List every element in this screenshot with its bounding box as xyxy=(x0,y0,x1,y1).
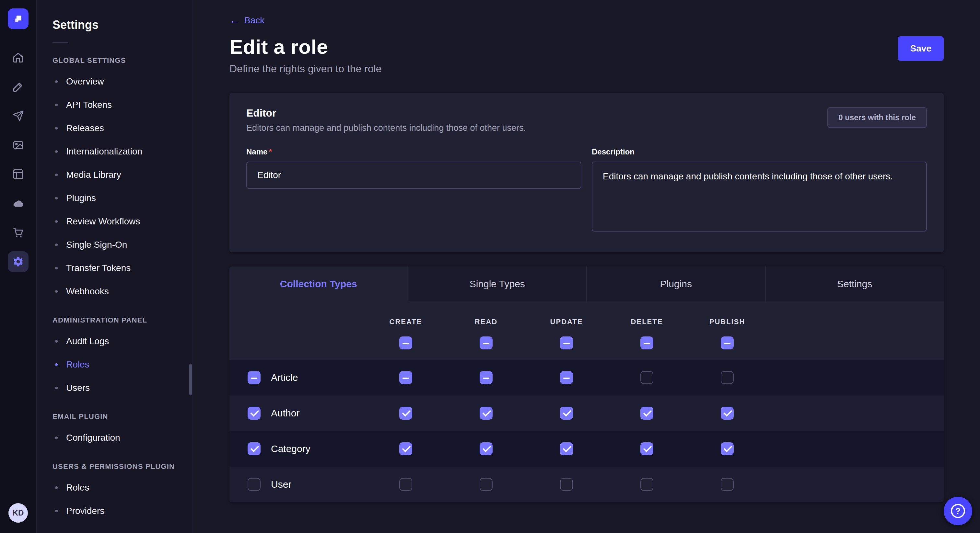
sidebar-item-label: Single Sign-On xyxy=(66,240,127,250)
sidebar-item-users[interactable]: Users xyxy=(37,376,192,400)
sidebar-item-webhooks[interactable]: Webhooks xyxy=(37,280,192,303)
article-create-checkbox[interactable] xyxy=(399,371,412,384)
sidebar-item-media-library[interactable]: Media Library xyxy=(37,163,192,187)
sidebar-item-label: Review Workflows xyxy=(66,216,140,227)
permission-cell xyxy=(526,371,607,384)
author-read-checkbox[interactable] xyxy=(480,407,493,420)
row-checkbox-category[interactable] xyxy=(248,443,261,455)
article-delete-checkbox[interactable] xyxy=(640,371,653,384)
cloud-icon[interactable] xyxy=(8,193,29,214)
save-button[interactable]: Save xyxy=(898,36,944,61)
permission-cell xyxy=(526,478,607,491)
permission-cell xyxy=(526,407,607,420)
strapi-logo-icon xyxy=(12,13,24,25)
sidebar-divider xyxy=(52,42,68,43)
bullet-icon xyxy=(55,127,58,130)
article-update-checkbox[interactable] xyxy=(560,371,573,384)
strapi-logo[interactable] xyxy=(8,8,29,29)
back-arrow-icon: ← xyxy=(229,15,239,26)
sidebar-item-label: Internationalization xyxy=(66,146,142,157)
row-checkbox-article[interactable] xyxy=(248,371,261,384)
sidebar-item-providers[interactable]: Providers xyxy=(37,499,192,523)
permission-cell xyxy=(607,371,687,384)
select-all-update-checkbox[interactable] xyxy=(560,336,573,349)
sidebar-item-releases[interactable]: Releases xyxy=(37,117,192,140)
role-details-card: Editor Editors can manage and publish co… xyxy=(229,93,944,252)
category-update-checkbox[interactable] xyxy=(560,443,573,455)
author-publish-checkbox[interactable] xyxy=(721,407,734,420)
sidebar-item-roles[interactable]: Roles xyxy=(37,353,192,376)
header-checkbox-cell xyxy=(526,336,607,349)
bullet-icon xyxy=(55,387,58,389)
sidebar-item-label: Plugins xyxy=(66,193,96,203)
author-update-checkbox[interactable] xyxy=(560,407,573,420)
permission-cell xyxy=(366,478,446,491)
tab-single-types[interactable]: Single Types xyxy=(408,266,587,302)
sidebar-item-label: Audit Logs xyxy=(66,336,109,346)
deploy-icon[interactable] xyxy=(8,106,29,126)
user-delete-checkbox[interactable] xyxy=(640,478,653,491)
sidebar-item-overview[interactable]: Overview xyxy=(37,70,192,93)
sidebar-item-api-tokens[interactable]: API Tokens xyxy=(37,93,192,117)
row-label: Category xyxy=(271,443,310,454)
permission-cell xyxy=(526,443,607,455)
sidebar-item-review-workflows[interactable]: Review Workflows xyxy=(37,210,192,233)
article-read-checkbox[interactable] xyxy=(480,371,493,384)
sidebar-item-transfer-tokens[interactable]: Transfer Tokens xyxy=(37,257,192,280)
marketplace-icon[interactable] xyxy=(8,222,29,243)
row-checkbox-user[interactable] xyxy=(248,478,261,491)
sidebar-item-roles[interactable]: Roles xyxy=(37,476,192,499)
sidebar-item-plugins[interactable]: Plugins xyxy=(37,187,192,210)
home-icon[interactable] xyxy=(8,47,29,68)
select-all-create-checkbox[interactable] xyxy=(399,336,412,349)
users-with-role-badge[interactable]: 0 users with this role xyxy=(827,107,927,128)
row-label-cell: User xyxy=(229,478,366,491)
user-read-checkbox[interactable] xyxy=(480,478,493,491)
column-label-publish: PUBLISH xyxy=(687,318,767,326)
tab-settings[interactable]: Settings xyxy=(765,266,944,302)
row-checkbox-author[interactable] xyxy=(248,407,261,420)
bullet-icon xyxy=(55,340,58,343)
header-checkbox-cell xyxy=(446,336,526,349)
category-delete-checkbox[interactable] xyxy=(640,443,653,455)
back-link[interactable]: ← Back xyxy=(229,15,264,26)
help-button[interactable]: ? xyxy=(944,497,972,525)
scrollbar-thumb[interactable] xyxy=(189,364,192,395)
media-library-icon[interactable] xyxy=(8,135,29,155)
permissions-card: Collection TypesSingle TypesPluginsSetti… xyxy=(229,266,944,502)
user-publish-checkbox[interactable] xyxy=(721,478,734,491)
sidebar-item-single-sign-on[interactable]: Single Sign-On xyxy=(37,233,192,257)
content-manager-icon[interactable] xyxy=(8,164,29,185)
user-update-checkbox[interactable] xyxy=(560,478,573,491)
avatar[interactable]: KD xyxy=(8,503,28,523)
select-all-read-checkbox[interactable] xyxy=(480,336,493,349)
category-read-checkbox[interactable] xyxy=(480,443,493,455)
permission-cell xyxy=(687,371,767,384)
permission-row-user: User xyxy=(229,466,944,502)
sidebar-item-label: Overview xyxy=(66,76,104,87)
author-create-checkbox[interactable] xyxy=(399,407,412,420)
article-publish-checkbox[interactable] xyxy=(721,371,734,384)
category-publish-checkbox[interactable] xyxy=(721,443,734,455)
sidebar-item-internationalization[interactable]: Internationalization xyxy=(37,140,192,163)
sidebar-section-label-administration-panel: ADMINISTRATION PANEL xyxy=(52,316,177,324)
sidebar-item-configuration[interactable]: Configuration xyxy=(37,426,192,449)
category-create-checkbox[interactable] xyxy=(399,443,412,455)
tab-collection-types[interactable]: Collection Types xyxy=(229,266,408,302)
role-name-input[interactable] xyxy=(246,162,581,189)
author-delete-checkbox[interactable] xyxy=(640,407,653,420)
bullet-icon xyxy=(55,363,58,366)
page-header: ← Back Edit a role Define the rights giv… xyxy=(229,14,944,75)
content-type-builder-icon[interactable] xyxy=(8,76,29,97)
settings-icon[interactable] xyxy=(8,251,29,272)
required-asterisk: * xyxy=(269,148,272,156)
bullet-icon xyxy=(55,197,58,200)
select-all-publish-checkbox[interactable] xyxy=(721,336,734,349)
column-labels: CREATEREADUPDATEDELETEPUBLISH xyxy=(229,318,944,326)
select-all-delete-checkbox[interactable] xyxy=(640,336,653,349)
sidebar-item-audit-logs[interactable]: Audit Logs xyxy=(37,330,192,353)
user-create-checkbox[interactable] xyxy=(399,478,412,491)
role-description-textarea[interactable]: Editors can manage and publish contents … xyxy=(592,162,927,232)
permission-cell xyxy=(446,407,526,420)
tab-plugins[interactable]: Plugins xyxy=(586,266,765,302)
